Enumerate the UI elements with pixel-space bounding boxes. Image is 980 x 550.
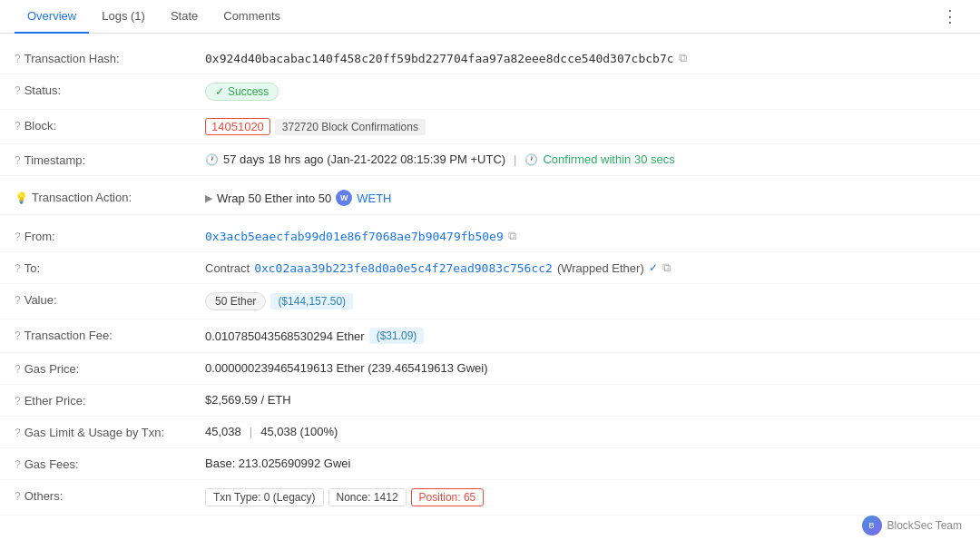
help-icon-txaction: 💡: [15, 192, 28, 204]
block-number-link[interactable]: 14051020: [211, 120, 264, 133]
gas-limit-row: ? Gas Limit & Usage by Txn: 45,038 | 45,…: [0, 417, 980, 448]
from-value: 0x3acb5eaecfab99d01e86f7068ae7b90479fb50…: [205, 229, 965, 243]
status-label: ? Status:: [15, 83, 205, 97]
gas-fees-row: ? Gas Fees: Base: 213.025690992 Gwei: [0, 448, 980, 480]
blocksec-logo-icon: B: [862, 516, 882, 525]
fee-label: ? Transaction Fee:: [15, 328, 205, 342]
nonce-badge: Nonce: 1412: [328, 488, 407, 506]
tx-action-label: 💡 Transaction Action:: [15, 190, 205, 204]
help-icon-to: ?: [15, 262, 21, 275]
others-row: ? Others: Txn Type: 0 (Legacy) Nonce: 14…: [0, 480, 980, 516]
tx-hash-label: ? Transaction Hash:: [15, 51, 205, 65]
to-label: ? To:: [15, 260, 205, 275]
overview-content: ? Transaction Hash: 0x924d40bacabac140f4…: [0, 34, 980, 525]
weth-link[interactable]: WETH: [357, 192, 391, 205]
block-value: 14051020 372720 Block Confirmations: [205, 118, 965, 135]
block-label: ? Block:: [15, 118, 205, 133]
help-icon-gasprice: ?: [15, 363, 21, 376]
copy-to-icon[interactable]: ⧉: [662, 260, 671, 275]
help-icon-txhash: ?: [15, 53, 21, 65]
others-value: Txn Type: 0 (Legacy) Nonce: 1412 Positio…: [205, 488, 965, 506]
value-label: ? Value:: [15, 292, 205, 307]
ether-price-row: ? Ether Price: $2,569.59 / ETH: [0, 385, 980, 417]
help-icon-fee: ?: [15, 329, 21, 342]
blocksec-watermark: B BlockSec Team: [862, 516, 962, 525]
fee-value: 0.010785043568530294 Ether ($31.09): [205, 328, 965, 344]
help-icon-from: ?: [15, 231, 21, 243]
value-amount: 50 Ether ($144,157.50): [205, 292, 965, 310]
arrow-icon: ▶: [205, 192, 212, 204]
block-confirmations-badge: 372720 Block Confirmations: [275, 119, 426, 135]
tab-bar: Overview Logs (1) State Comments ⋮: [0, 0, 980, 34]
check-icon: ✓: [215, 85, 224, 98]
timestamp-row: ? Timestamp: 🕐 57 days 18 hrs ago (Jan-2…: [0, 144, 980, 176]
tab-overview[interactable]: Overview: [15, 0, 89, 34]
gas-fees-label: ? Gas Fees:: [15, 457, 205, 471]
block-row: ? Block: 14051020 372720 Block Confirmat…: [0, 110, 980, 144]
ether-price-value: $2,569.59 / ETH: [205, 393, 965, 407]
txn-type-badge: Txn Type: 0 (Legacy): [205, 488, 324, 506]
gas-limit-value: 45,038 | 45,038 (100%): [205, 425, 965, 438]
separator2: |: [250, 425, 252, 438]
help-icon-status: ?: [15, 84, 21, 97]
to-value: Contract 0xc02aaa39b223fe8d0a0e5c4f27ead…: [205, 260, 965, 275]
fee-usd-badge: ($31.09): [369, 328, 425, 344]
help-icon-gaslimit: ?: [15, 427, 21, 439]
gas-limit-label: ? Gas Limit & Usage by Txn:: [15, 425, 205, 439]
tx-hash-value: 0x924d40bacabac140f458c20ff59bd227704faa…: [205, 51, 965, 65]
weth-logo-icon: W: [336, 190, 352, 206]
tab-logs[interactable]: Logs (1): [89, 0, 158, 34]
status-badge: ✓ Success: [205, 83, 279, 101]
help-icon-etherprice: ?: [15, 395, 21, 408]
tx-hash-row: ? Transaction Hash: 0x924d40bacabac140f4…: [0, 43, 980, 74]
to-row: ? To: Contract 0xc02aaa39b223fe8d0a0e5c4…: [0, 252, 980, 284]
clock-icon: 🕐: [205, 153, 219, 166]
timestamp-value: 🕐 57 days 18 hrs ago (Jan-21-2022 08:15:…: [205, 152, 965, 166]
from-row: ? From: 0x3acb5eaecfab99d01e86f7068ae7b9…: [0, 221, 980, 252]
gas-price-row: ? Gas Price: 0.000000239465419613 Ether …: [0, 353, 980, 385]
tab-menu-button[interactable]: ⋮: [935, 3, 965, 30]
copy-from-icon[interactable]: ⧉: [508, 229, 516, 243]
value-usd-badge: ($144,157.50): [270, 293, 353, 309]
help-icon-gasfees: ?: [15, 458, 21, 471]
copy-txhash-icon[interactable]: ⧉: [679, 51, 687, 65]
from-label: ? From:: [15, 229, 205, 243]
fee-row: ? Transaction Fee: 0.010785043568530294 …: [0, 319, 980, 353]
status-value: ✓ Success: [205, 83, 965, 101]
tab-state[interactable]: State: [158, 0, 211, 34]
tx-action-value: ▶ Wrap 50 Ether into 50 W WETH: [205, 190, 965, 206]
value-row: ? Value: 50 Ether ($144,157.50): [0, 284, 980, 319]
block-number-badge[interactable]: 14051020: [205, 118, 270, 135]
tab-comments[interactable]: Comments: [211, 0, 293, 34]
position-badge: Position: 65: [411, 488, 485, 506]
tx-action-row: 💡 Transaction Action: ▶ Wrap 50 Ether in…: [0, 182, 980, 215]
help-icon-value: ?: [15, 294, 21, 307]
help-icon-block: ?: [15, 120, 21, 133]
to-address-link[interactable]: 0xc02aaa39b223fe8d0a0e5c4f27ead9083c756c…: [254, 261, 553, 275]
value-eth-badge: 50 Ether: [205, 292, 266, 310]
gas-price-label: ? Gas Price:: [15, 361, 205, 376]
clock-icon2: 🕐: [524, 153, 538, 166]
help-icon-timestamp: ?: [15, 154, 21, 167]
ether-price-label: ? Ether Price:: [15, 393, 205, 408]
gas-price-value: 0.000000239465419613 Ether (239.46541961…: [205, 361, 965, 375]
help-icon-others: ?: [15, 490, 21, 503]
gas-fees-value: Base: 213.025690992 Gwei: [205, 457, 965, 470]
from-address-link[interactable]: 0x3acb5eaecfab99d01e86f7068ae7b90479fb50…: [205, 230, 504, 243]
timestamp-label: ? Timestamp:: [15, 152, 205, 167]
separator1: |: [514, 152, 516, 166]
verified-icon: ✓: [649, 261, 658, 274]
status-row: ? Status: ✓ Success: [0, 74, 980, 110]
others-label: ? Others:: [15, 488, 205, 503]
